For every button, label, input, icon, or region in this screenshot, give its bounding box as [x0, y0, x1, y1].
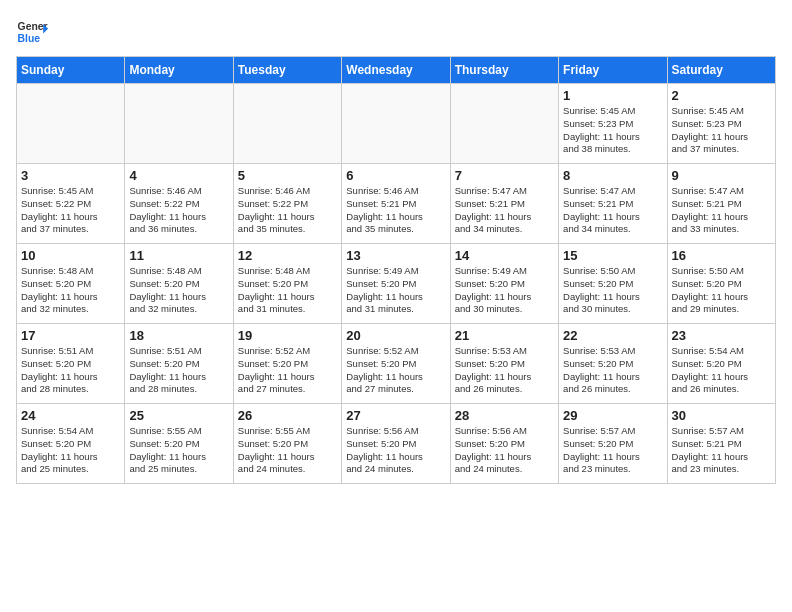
weekday-header-thursday: Thursday [450, 57, 558, 84]
day-info: Sunrise: 5:50 AM Sunset: 5:20 PM Dayligh… [563, 265, 662, 316]
logo-icon: General Blue [16, 16, 48, 48]
day-info: Sunrise: 5:45 AM Sunset: 5:22 PM Dayligh… [21, 185, 120, 236]
day-info: Sunrise: 5:55 AM Sunset: 5:20 PM Dayligh… [129, 425, 228, 476]
weekday-header-tuesday: Tuesday [233, 57, 341, 84]
weekday-header-monday: Monday [125, 57, 233, 84]
day-info: Sunrise: 5:47 AM Sunset: 5:21 PM Dayligh… [672, 185, 771, 236]
day-cell-30: 30Sunrise: 5:57 AM Sunset: 5:21 PM Dayli… [667, 404, 775, 484]
day-number: 17 [21, 328, 120, 343]
day-info: Sunrise: 5:48 AM Sunset: 5:20 PM Dayligh… [129, 265, 228, 316]
day-number: 22 [563, 328, 662, 343]
day-cell-10: 10Sunrise: 5:48 AM Sunset: 5:20 PM Dayli… [17, 244, 125, 324]
day-cell-14: 14Sunrise: 5:49 AM Sunset: 5:20 PM Dayli… [450, 244, 558, 324]
day-cell-28: 28Sunrise: 5:56 AM Sunset: 5:20 PM Dayli… [450, 404, 558, 484]
day-number: 19 [238, 328, 337, 343]
week-row-3: 10Sunrise: 5:48 AM Sunset: 5:20 PM Dayli… [17, 244, 776, 324]
day-cell-24: 24Sunrise: 5:54 AM Sunset: 5:20 PM Dayli… [17, 404, 125, 484]
day-info: Sunrise: 5:53 AM Sunset: 5:20 PM Dayligh… [455, 345, 554, 396]
day-cell-27: 27Sunrise: 5:56 AM Sunset: 5:20 PM Dayli… [342, 404, 450, 484]
day-info: Sunrise: 5:54 AM Sunset: 5:20 PM Dayligh… [672, 345, 771, 396]
day-cell-13: 13Sunrise: 5:49 AM Sunset: 5:20 PM Dayli… [342, 244, 450, 324]
day-number: 29 [563, 408, 662, 423]
day-number: 15 [563, 248, 662, 263]
day-cell-18: 18Sunrise: 5:51 AM Sunset: 5:20 PM Dayli… [125, 324, 233, 404]
day-info: Sunrise: 5:52 AM Sunset: 5:20 PM Dayligh… [346, 345, 445, 396]
day-number: 13 [346, 248, 445, 263]
logo: General Blue [16, 16, 48, 48]
day-cell-8: 8Sunrise: 5:47 AM Sunset: 5:21 PM Daylig… [559, 164, 667, 244]
day-info: Sunrise: 5:48 AM Sunset: 5:20 PM Dayligh… [21, 265, 120, 316]
svg-text:Blue: Blue [18, 33, 41, 44]
day-number: 8 [563, 168, 662, 183]
day-cell-21: 21Sunrise: 5:53 AM Sunset: 5:20 PM Dayli… [450, 324, 558, 404]
day-info: Sunrise: 5:54 AM Sunset: 5:20 PM Dayligh… [21, 425, 120, 476]
week-row-1: 1Sunrise: 5:45 AM Sunset: 5:23 PM Daylig… [17, 84, 776, 164]
empty-cell [342, 84, 450, 164]
day-number: 12 [238, 248, 337, 263]
day-cell-15: 15Sunrise: 5:50 AM Sunset: 5:20 PM Dayli… [559, 244, 667, 324]
day-number: 1 [563, 88, 662, 103]
day-number: 27 [346, 408, 445, 423]
day-info: Sunrise: 5:47 AM Sunset: 5:21 PM Dayligh… [455, 185, 554, 236]
day-info: Sunrise: 5:45 AM Sunset: 5:23 PM Dayligh… [563, 105, 662, 156]
day-number: 14 [455, 248, 554, 263]
day-cell-23: 23Sunrise: 5:54 AM Sunset: 5:20 PM Dayli… [667, 324, 775, 404]
day-info: Sunrise: 5:46 AM Sunset: 5:21 PM Dayligh… [346, 185, 445, 236]
day-cell-2: 2Sunrise: 5:45 AM Sunset: 5:23 PM Daylig… [667, 84, 775, 164]
day-number: 9 [672, 168, 771, 183]
day-number: 4 [129, 168, 228, 183]
day-cell-1: 1Sunrise: 5:45 AM Sunset: 5:23 PM Daylig… [559, 84, 667, 164]
day-info: Sunrise: 5:55 AM Sunset: 5:20 PM Dayligh… [238, 425, 337, 476]
day-info: Sunrise: 5:53 AM Sunset: 5:20 PM Dayligh… [563, 345, 662, 396]
day-number: 28 [455, 408, 554, 423]
day-cell-5: 5Sunrise: 5:46 AM Sunset: 5:22 PM Daylig… [233, 164, 341, 244]
day-info: Sunrise: 5:57 AM Sunset: 5:20 PM Dayligh… [563, 425, 662, 476]
day-cell-16: 16Sunrise: 5:50 AM Sunset: 5:20 PM Dayli… [667, 244, 775, 324]
week-row-4: 17Sunrise: 5:51 AM Sunset: 5:20 PM Dayli… [17, 324, 776, 404]
empty-cell [450, 84, 558, 164]
day-cell-29: 29Sunrise: 5:57 AM Sunset: 5:20 PM Dayli… [559, 404, 667, 484]
day-info: Sunrise: 5:56 AM Sunset: 5:20 PM Dayligh… [455, 425, 554, 476]
day-cell-20: 20Sunrise: 5:52 AM Sunset: 5:20 PM Dayli… [342, 324, 450, 404]
day-cell-11: 11Sunrise: 5:48 AM Sunset: 5:20 PM Dayli… [125, 244, 233, 324]
day-cell-22: 22Sunrise: 5:53 AM Sunset: 5:20 PM Dayli… [559, 324, 667, 404]
day-number: 11 [129, 248, 228, 263]
day-number: 16 [672, 248, 771, 263]
empty-cell [233, 84, 341, 164]
day-number: 20 [346, 328, 445, 343]
day-number: 2 [672, 88, 771, 103]
day-info: Sunrise: 5:45 AM Sunset: 5:23 PM Dayligh… [672, 105, 771, 156]
day-info: Sunrise: 5:49 AM Sunset: 5:20 PM Dayligh… [346, 265, 445, 316]
day-info: Sunrise: 5:49 AM Sunset: 5:20 PM Dayligh… [455, 265, 554, 316]
day-cell-12: 12Sunrise: 5:48 AM Sunset: 5:20 PM Dayli… [233, 244, 341, 324]
day-number: 21 [455, 328, 554, 343]
week-row-2: 3Sunrise: 5:45 AM Sunset: 5:22 PM Daylig… [17, 164, 776, 244]
day-number: 6 [346, 168, 445, 183]
day-info: Sunrise: 5:56 AM Sunset: 5:20 PM Dayligh… [346, 425, 445, 476]
day-cell-17: 17Sunrise: 5:51 AM Sunset: 5:20 PM Dayli… [17, 324, 125, 404]
page-header: General Blue [16, 16, 776, 48]
empty-cell [17, 84, 125, 164]
day-info: Sunrise: 5:48 AM Sunset: 5:20 PM Dayligh… [238, 265, 337, 316]
day-number: 24 [21, 408, 120, 423]
day-info: Sunrise: 5:52 AM Sunset: 5:20 PM Dayligh… [238, 345, 337, 396]
day-info: Sunrise: 5:57 AM Sunset: 5:21 PM Dayligh… [672, 425, 771, 476]
day-number: 18 [129, 328, 228, 343]
weekday-header-row: SundayMondayTuesdayWednesdayThursdayFrid… [17, 57, 776, 84]
empty-cell [125, 84, 233, 164]
day-number: 10 [21, 248, 120, 263]
weekday-header-friday: Friday [559, 57, 667, 84]
day-number: 23 [672, 328, 771, 343]
day-cell-25: 25Sunrise: 5:55 AM Sunset: 5:20 PM Dayli… [125, 404, 233, 484]
day-info: Sunrise: 5:47 AM Sunset: 5:21 PM Dayligh… [563, 185, 662, 236]
calendar-table: SundayMondayTuesdayWednesdayThursdayFrid… [16, 56, 776, 484]
day-info: Sunrise: 5:46 AM Sunset: 5:22 PM Dayligh… [129, 185, 228, 236]
day-number: 3 [21, 168, 120, 183]
day-cell-9: 9Sunrise: 5:47 AM Sunset: 5:21 PM Daylig… [667, 164, 775, 244]
day-info: Sunrise: 5:50 AM Sunset: 5:20 PM Dayligh… [672, 265, 771, 316]
day-cell-4: 4Sunrise: 5:46 AM Sunset: 5:22 PM Daylig… [125, 164, 233, 244]
day-number: 25 [129, 408, 228, 423]
day-cell-26: 26Sunrise: 5:55 AM Sunset: 5:20 PM Dayli… [233, 404, 341, 484]
day-cell-6: 6Sunrise: 5:46 AM Sunset: 5:21 PM Daylig… [342, 164, 450, 244]
day-number: 5 [238, 168, 337, 183]
